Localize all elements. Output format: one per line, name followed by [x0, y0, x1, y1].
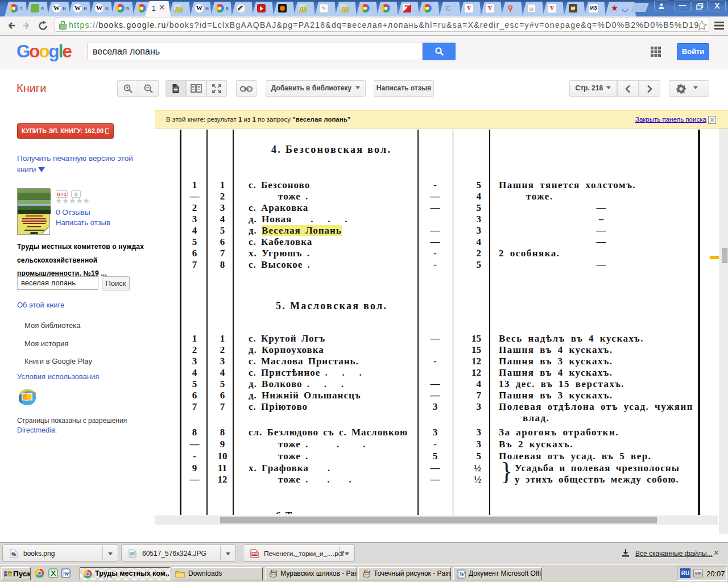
svg-text:W: W	[460, 571, 465, 577]
svg-text:PDF: PDF	[252, 553, 257, 556]
svg-text:W: W	[64, 570, 70, 577]
